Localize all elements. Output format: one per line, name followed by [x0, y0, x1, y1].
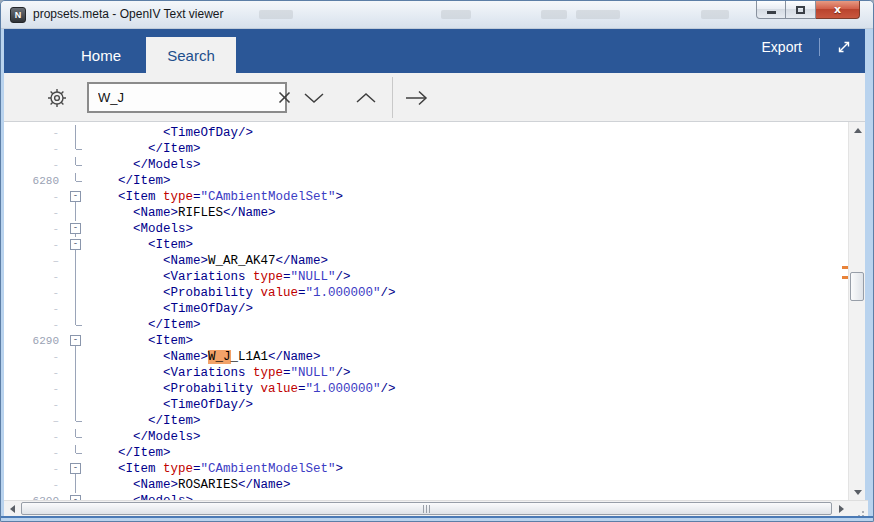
fold-toggle[interactable]: - [70, 335, 81, 346]
text-viewer-window: N propsets.meta - OpenIV Text viewer x H… [0, 0, 874, 522]
fold-margin [64, 157, 88, 173]
code-line: - <Name>W_J_L1A1</Name> [4, 349, 848, 365]
minimize-icon [767, 11, 776, 14]
line-number: - [4, 205, 64, 221]
code-text: <Variations type="NULL"/> [88, 269, 351, 285]
ribbon-separator [819, 38, 820, 56]
code-line: – </Item> [4, 413, 848, 429]
code-text: </Item> [88, 141, 201, 157]
vertical-scrollbar-thumb[interactable] [850, 272, 864, 301]
code-text: </Item> [88, 317, 201, 333]
maximize-button[interactable] [786, 1, 816, 19]
line-number: - [4, 461, 64, 477]
code-line: -- <Item type="CAmbientModelSet"> [4, 189, 848, 205]
scroll-up-button[interactable] [849, 122, 865, 138]
ribbon: Home Search Export [4, 29, 865, 73]
code-text: <Name>ROSARIES</Name> [88, 477, 291, 493]
code-line: 6280 </Item> [4, 173, 848, 189]
code-text: <TimeOfDay/> [88, 125, 253, 141]
fold-margin: - [64, 221, 88, 237]
code-text: </Item> [88, 413, 201, 429]
scroll-down-button[interactable] [849, 484, 865, 500]
line-number: – [4, 413, 64, 429]
code-text: <Variations type="NULL"/> [88, 365, 351, 381]
code-text: <Probability value="1.000000"/> [88, 381, 396, 397]
code-text: </Models> [88, 157, 201, 173]
horizontal-scrollbar[interactable] [4, 500, 868, 516]
code-text: <Models> [88, 221, 193, 237]
minimize-button[interactable] [756, 1, 786, 19]
background-window-artifact [576, 10, 620, 19]
background-window-artifact [541, 10, 567, 19]
fold-margin [64, 125, 88, 141]
resize-grip[interactable] [849, 501, 868, 517]
maximize-icon [796, 6, 805, 14]
line-number: - [4, 221, 64, 237]
chevron-down-icon [303, 92, 325, 104]
triangle-right-icon [839, 505, 844, 513]
fold-margin: - [64, 493, 88, 500]
line-number: - [4, 269, 64, 285]
close-button[interactable]: x [816, 1, 860, 19]
code-text: <Name>W_AR_AK47</Name> [88, 253, 328, 269]
scroll-right-button[interactable] [833, 501, 849, 517]
fold-margin: - [64, 237, 88, 253]
code-line: 6300- <Models> [4, 493, 848, 500]
line-number: 6290 [4, 333, 64, 349]
background-window-artifact [701, 10, 729, 19]
window-bottom-frame [1, 516, 873, 521]
code-line: -- <Item> [4, 237, 848, 253]
code-text: <Item type="CAmbientModelSet"> [88, 461, 343, 477]
line-number: - [4, 429, 64, 445]
fold-toggle[interactable]: - [70, 463, 81, 474]
code-text: <Item> [88, 237, 193, 253]
find-next-button[interactable] [297, 83, 331, 113]
xml-editor[interactable]: - <TimeOfDay/>- </Item>- </Models>6280 <… [4, 122, 865, 500]
code-text: <Probability value="1.000000"/> [88, 285, 396, 301]
vertical-scrollbar[interactable] [848, 122, 865, 500]
titlebar[interactable]: N propsets.meta - OpenIV Text viewer x [1, 1, 873, 29]
code-line: -- <Item type="CAmbientModelSet"> [4, 461, 848, 477]
search-input[interactable] [89, 90, 278, 105]
code-text: <Item> [88, 333, 193, 349]
triangle-up-icon [854, 128, 862, 133]
find-previous-button[interactable] [349, 83, 383, 113]
fold-margin [64, 301, 88, 317]
fold-margin [64, 285, 88, 301]
line-number: - [4, 125, 64, 141]
fold-toggle[interactable]: - [70, 191, 81, 202]
code-line: – <Name>W_AR_AK47</Name> [4, 253, 848, 269]
fold-toggle[interactable]: - [70, 239, 81, 250]
fold-toggle[interactable]: - [70, 223, 81, 234]
code-line: - <Name>ROSARIES</Name> [4, 477, 848, 493]
search-box [87, 82, 287, 113]
clear-search-button[interactable] [278, 84, 291, 111]
fold-margin [64, 317, 88, 333]
fold-margin: - [64, 333, 88, 349]
expand-ribbon-icon[interactable] [837, 40, 851, 54]
line-number: 6300 [4, 493, 64, 500]
code-line: 6290- <Item> [4, 333, 848, 349]
tab-home[interactable]: Home [56, 37, 146, 73]
gear-icon [46, 87, 68, 109]
code-lines: - <TimeOfDay/>- </Item>- </Models>6280 <… [4, 125, 848, 500]
search-settings-button[interactable] [44, 85, 70, 111]
export-button[interactable]: Export [762, 39, 802, 55]
caption-buttons: x [756, 1, 860, 19]
tab-search[interactable]: Search [146, 37, 236, 73]
fold-margin [64, 477, 88, 493]
code-text: <Models> [88, 493, 193, 500]
scroll-left-button[interactable] [4, 501, 20, 517]
triangle-down-icon [854, 490, 862, 495]
window-title: propsets.meta - OpenIV Text viewer [33, 7, 224, 21]
line-number: - [4, 189, 64, 205]
horizontal-scrollbar-thumb[interactable] [21, 502, 832, 515]
line-number: - [4, 285, 64, 301]
code-text: </Item> [88, 173, 171, 189]
code-line: - <Variations type="NULL"/> [4, 269, 848, 285]
app-icon: N [10, 7, 26, 23]
line-number: – [4, 253, 64, 269]
go-to-button[interactable] [400, 83, 434, 113]
fold-margin [64, 269, 88, 285]
code-text: <TimeOfDay/> [88, 397, 253, 413]
